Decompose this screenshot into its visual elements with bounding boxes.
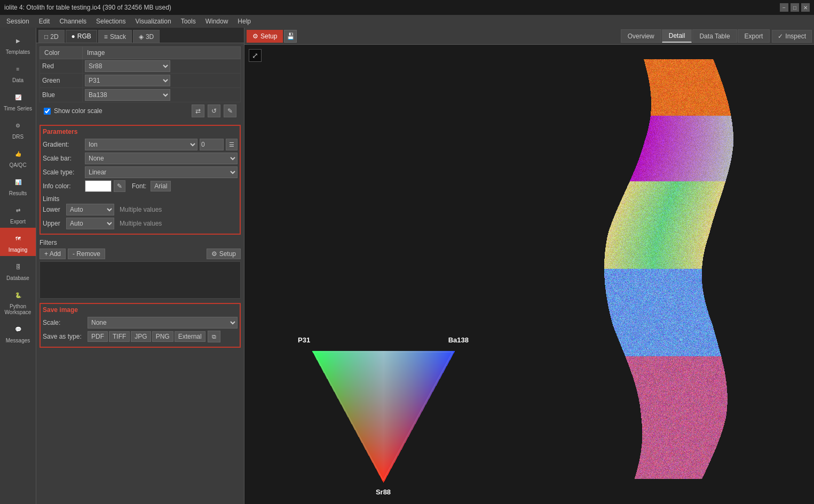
sidebar-icon-2: 📈 <box>11 90 26 105</box>
pdf-btn[interactable]: PDF <box>88 331 108 342</box>
color-triangle-container: P31 Ba138 Sr88 <box>298 336 469 496</box>
gradient-select[interactable]: Ion <box>85 139 197 150</box>
blue-channel-select[interactable]: Ba138 <box>85 89 170 101</box>
maximize-button[interactable]: □ <box>791 3 799 12</box>
canvas-area: ⤢ P31 Ba138 Sr88 <box>244 45 814 504</box>
scaletype-label: Scale type: <box>43 169 83 176</box>
overview-tab[interactable]: Overview <box>621 29 661 43</box>
sidebar-item-templates[interactable]: ▶Templates <box>0 30 36 58</box>
tab-icon-1: ● <box>72 33 75 40</box>
save-type-row: Save as type: PDF TIFF JPG PNG External … <box>43 331 238 342</box>
gradient-row: Gradient: Ion ☰ <box>43 139 238 150</box>
sidebar-icon-1: ≡ <box>11 61 26 76</box>
save-toolbar-btn[interactable]: 💾 <box>284 30 297 43</box>
minimize-button[interactable]: − <box>780 3 788 12</box>
upper-label: Upper <box>43 220 64 227</box>
png-btn[interactable]: PNG <box>152 331 173 342</box>
red-channel-select[interactable]: Sr88 <box>85 60 170 72</box>
copy-btn[interactable]: ⧉ <box>208 331 220 342</box>
sidebar-item-imaging[interactable]: 🗺Imaging <box>0 228 36 256</box>
color-scale-row: Show color scale ⇄ ↺ ✎ <box>39 102 241 119</box>
upper-limits-row: Upper Auto Multiple values <box>43 218 238 229</box>
inspect-check-icon: ✓ <box>778 33 783 40</box>
swap-icon-btn[interactable]: ⇄ <box>192 105 204 117</box>
menu-item-selections[interactable]: Selections <box>92 17 130 26</box>
upper-select[interactable]: Auto <box>66 218 114 229</box>
scalebar-label: Scale bar: <box>43 155 83 162</box>
table-row: Blue Ba138 <box>40 88 241 102</box>
blue-label: Blue <box>40 88 83 102</box>
green-label: Green <box>40 74 83 88</box>
p31-label: P31 <box>298 336 310 344</box>
view-tab-stack[interactable]: ≡ Stack <box>98 30 132 43</box>
color-image-table: Color Image Red Sr88 Green <box>39 46 241 102</box>
external-btn[interactable]: External <box>175 331 206 342</box>
sidebar-item-qa/qc[interactable]: 👍QA/QC <box>0 143 36 171</box>
sidebar-icon-6: ⇄ <box>11 203 26 218</box>
detail-tab[interactable]: Detail <box>662 29 692 43</box>
gradient-list-btn[interactable]: ☰ <box>226 139 238 150</box>
setup-filter-btn[interactable]: ⚙ Setup <box>207 249 241 259</box>
sidebar: ▶Templates≡Data📈Time Series⚙DRS👍QA/QC📊Re… <box>0 28 36 504</box>
sidebar-item-export[interactable]: ⇄Export <box>0 199 36 228</box>
menu-item-session[interactable]: Session <box>2 17 34 26</box>
filters-area <box>39 261 241 299</box>
reset-icon-btn[interactable]: ↺ <box>208 105 220 117</box>
info-color-box[interactable] <box>85 180 112 192</box>
save-image-section: Save image Scale: None Save as type: PDF… <box>39 303 241 348</box>
scale-select[interactable]: None <box>88 317 238 329</box>
export-tab[interactable]: Export <box>738 29 770 43</box>
sidebar-icon-5: 📊 <box>11 174 26 189</box>
menu-item-channels[interactable]: Channels <box>55 17 91 26</box>
font-value: Arial <box>151 181 171 191</box>
green-channel-select[interactable]: P31 <box>85 75 170 86</box>
sidebar-item-results[interactable]: 📊Results <box>0 171 36 199</box>
app-title: iolite 4: Otolith for table testing.io4 … <box>4 4 171 11</box>
edit-icon-btn[interactable]: ✎ <box>224 105 236 117</box>
setup-icon: ⚙ <box>252 33 258 40</box>
menu-item-window[interactable]: Window <box>201 17 233 26</box>
scalebar-select[interactable]: None <box>85 153 238 164</box>
save-as-label: Save as type: <box>43 333 85 340</box>
font-label: Font: <box>132 182 146 190</box>
show-color-scale-checkbox[interactable] <box>44 108 51 115</box>
view-tab-2d[interactable]: □ 2D <box>38 30 65 43</box>
paint-icon[interactable]: ✎ <box>114 180 125 192</box>
sidebar-icon-4: 👍 <box>11 146 26 161</box>
sidebar-icon-7: 🗺 <box>11 231 26 246</box>
image-header: Image <box>83 47 241 59</box>
inspect-btn[interactable]: ✓ Inspect <box>772 30 812 43</box>
sidebar-item-data[interactable]: ≡Data <box>0 58 36 86</box>
scaletype-row: Scale type: Linear <box>43 166 238 178</box>
menu-item-visualization[interactable]: Visualization <box>131 17 175 26</box>
sidebar-item-database[interactable]: 🗄Database <box>0 256 36 284</box>
toolbar-left: ⚙ Setup 💾 <box>247 30 297 43</box>
lower-label: Lower <box>43 206 64 213</box>
add-filter-btn[interactable]: + Add <box>39 249 66 259</box>
sidebar-item-python-workspace[interactable]: 🐍Python Workspace <box>0 284 36 318</box>
close-button[interactable]: ✕ <box>801 3 810 12</box>
sidebar-item-time-series[interactable]: 📈Time Series <box>0 86 36 115</box>
sr88-label: Sr88 <box>376 488 391 496</box>
jpg-btn[interactable]: JPG <box>131 331 151 342</box>
menu-item-help[interactable]: Help <box>233 17 255 26</box>
view-tab-3d[interactable]: ◈ 3D <box>133 30 160 43</box>
ba138-label: Ba138 <box>448 336 469 344</box>
view-tab-rgb[interactable]: ● RGB <box>66 30 97 43</box>
scaletype-select[interactable]: Linear <box>85 166 238 178</box>
gradient-number[interactable] <box>200 139 224 150</box>
data-table-tab[interactable]: Data Table <box>692 29 737 43</box>
tiff-btn[interactable]: TIFF <box>109 331 130 342</box>
lower-select[interactable]: Auto <box>66 204 114 215</box>
save-image-title: Save image <box>43 306 238 314</box>
sidebar-item-drs[interactable]: ⚙DRS <box>0 115 36 143</box>
remove-filter-btn[interactable]: - Remove <box>68 249 105 259</box>
right-panel: ⚙ Setup 💾 Overview Detail Data Table Exp… <box>244 28 814 504</box>
menu-item-edit[interactable]: Edit <box>35 17 54 26</box>
menu-item-tools[interactable]: Tools <box>177 17 200 26</box>
limits-label: Limits <box>43 194 238 204</box>
expand-btn[interactable]: ⤢ <box>249 49 262 62</box>
sidebar-icon-3: ⚙ <box>11 118 26 133</box>
sidebar-item-messages[interactable]: 💬Messages <box>0 318 36 347</box>
setup-tab[interactable]: ⚙ Setup <box>247 30 283 43</box>
